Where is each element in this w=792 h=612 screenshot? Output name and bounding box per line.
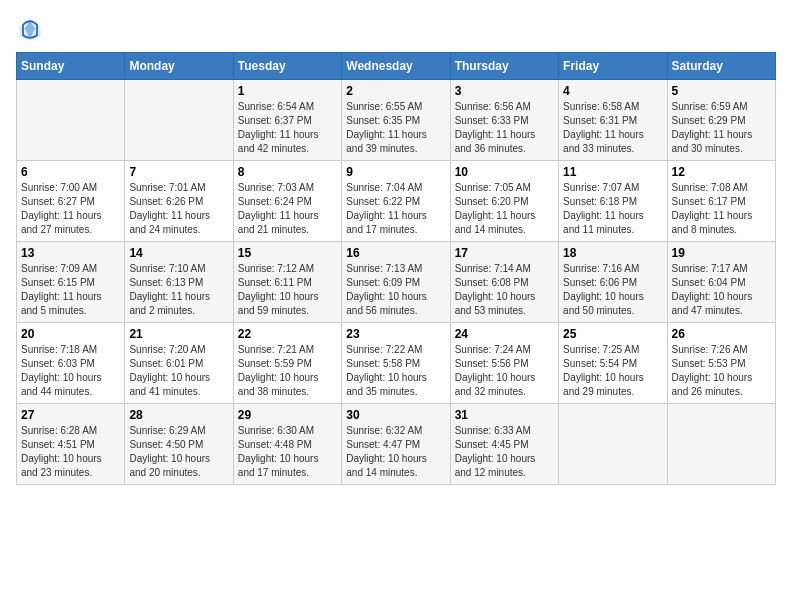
day-number: 4: [563, 84, 662, 98]
calendar-cell: 16Sunrise: 7:13 AM Sunset: 6:09 PM Dayli…: [342, 242, 450, 323]
day-number: 11: [563, 165, 662, 179]
day-number: 28: [129, 408, 228, 422]
day-info: Sunrise: 7:10 AM Sunset: 6:13 PM Dayligh…: [129, 262, 228, 318]
calendar-cell: 25Sunrise: 7:25 AM Sunset: 5:54 PM Dayli…: [559, 323, 667, 404]
calendar-cell: 3Sunrise: 6:56 AM Sunset: 6:33 PM Daylig…: [450, 80, 558, 161]
day-info: Sunrise: 7:20 AM Sunset: 6:01 PM Dayligh…: [129, 343, 228, 399]
calendar-cell: [125, 80, 233, 161]
day-info: Sunrise: 6:33 AM Sunset: 4:45 PM Dayligh…: [455, 424, 554, 480]
calendar-cell: 21Sunrise: 7:20 AM Sunset: 6:01 PM Dayli…: [125, 323, 233, 404]
day-info: Sunrise: 7:08 AM Sunset: 6:17 PM Dayligh…: [672, 181, 771, 237]
day-header: Tuesday: [233, 53, 341, 80]
calendar-cell: 11Sunrise: 7:07 AM Sunset: 6:18 PM Dayli…: [559, 161, 667, 242]
calendar-cell: 14Sunrise: 7:10 AM Sunset: 6:13 PM Dayli…: [125, 242, 233, 323]
calendar-cell: 2Sunrise: 6:55 AM Sunset: 6:35 PM Daylig…: [342, 80, 450, 161]
calendar-cell: 26Sunrise: 7:26 AM Sunset: 5:53 PM Dayli…: [667, 323, 775, 404]
day-header: Thursday: [450, 53, 558, 80]
logo-icon: [16, 16, 44, 44]
calendar-cell: 8Sunrise: 7:03 AM Sunset: 6:24 PM Daylig…: [233, 161, 341, 242]
calendar-cell: 12Sunrise: 7:08 AM Sunset: 6:17 PM Dayli…: [667, 161, 775, 242]
calendar-cell: 20Sunrise: 7:18 AM Sunset: 6:03 PM Dayli…: [17, 323, 125, 404]
day-number: 1: [238, 84, 337, 98]
calendar-cell: 30Sunrise: 6:32 AM Sunset: 4:47 PM Dayli…: [342, 404, 450, 485]
day-number: 14: [129, 246, 228, 260]
calendar-cell: 18Sunrise: 7:16 AM Sunset: 6:06 PM Dayli…: [559, 242, 667, 323]
day-info: Sunrise: 7:14 AM Sunset: 6:08 PM Dayligh…: [455, 262, 554, 318]
calendar-table: SundayMondayTuesdayWednesdayThursdayFrid…: [16, 52, 776, 485]
calendar-cell: [667, 404, 775, 485]
day-number: 3: [455, 84, 554, 98]
day-number: 12: [672, 165, 771, 179]
calendar-cell: 1Sunrise: 6:54 AM Sunset: 6:37 PM Daylig…: [233, 80, 341, 161]
day-number: 6: [21, 165, 120, 179]
day-number: 31: [455, 408, 554, 422]
day-info: Sunrise: 7:25 AM Sunset: 5:54 PM Dayligh…: [563, 343, 662, 399]
calendar-cell: 5Sunrise: 6:59 AM Sunset: 6:29 PM Daylig…: [667, 80, 775, 161]
calendar-body: 1Sunrise: 6:54 AM Sunset: 6:37 PM Daylig…: [17, 80, 776, 485]
day-number: 13: [21, 246, 120, 260]
day-number: 29: [238, 408, 337, 422]
day-info: Sunrise: 6:55 AM Sunset: 6:35 PM Dayligh…: [346, 100, 445, 156]
day-info: Sunrise: 6:56 AM Sunset: 6:33 PM Dayligh…: [455, 100, 554, 156]
day-number: 22: [238, 327, 337, 341]
day-info: Sunrise: 7:00 AM Sunset: 6:27 PM Dayligh…: [21, 181, 120, 237]
calendar-week-row: 6Sunrise: 7:00 AM Sunset: 6:27 PM Daylig…: [17, 161, 776, 242]
day-number: 17: [455, 246, 554, 260]
calendar-cell: [559, 404, 667, 485]
day-header: Sunday: [17, 53, 125, 80]
calendar-cell: 27Sunrise: 6:28 AM Sunset: 4:51 PM Dayli…: [17, 404, 125, 485]
day-info: Sunrise: 7:17 AM Sunset: 6:04 PM Dayligh…: [672, 262, 771, 318]
day-number: 5: [672, 84, 771, 98]
day-number: 8: [238, 165, 337, 179]
calendar-cell: 15Sunrise: 7:12 AM Sunset: 6:11 PM Dayli…: [233, 242, 341, 323]
day-number: 21: [129, 327, 228, 341]
calendar-cell: 9Sunrise: 7:04 AM Sunset: 6:22 PM Daylig…: [342, 161, 450, 242]
day-info: Sunrise: 7:26 AM Sunset: 5:53 PM Dayligh…: [672, 343, 771, 399]
day-info: Sunrise: 6:54 AM Sunset: 6:37 PM Dayligh…: [238, 100, 337, 156]
day-number: 26: [672, 327, 771, 341]
day-info: Sunrise: 6:32 AM Sunset: 4:47 PM Dayligh…: [346, 424, 445, 480]
day-info: Sunrise: 7:01 AM Sunset: 6:26 PM Dayligh…: [129, 181, 228, 237]
calendar-cell: 13Sunrise: 7:09 AM Sunset: 6:15 PM Dayli…: [17, 242, 125, 323]
page-header: [16, 16, 776, 44]
day-info: Sunrise: 7:22 AM Sunset: 5:58 PM Dayligh…: [346, 343, 445, 399]
day-number: 9: [346, 165, 445, 179]
logo: [16, 16, 48, 44]
calendar-week-row: 13Sunrise: 7:09 AM Sunset: 6:15 PM Dayli…: [17, 242, 776, 323]
day-header: Saturday: [667, 53, 775, 80]
calendar-cell: 29Sunrise: 6:30 AM Sunset: 4:48 PM Dayli…: [233, 404, 341, 485]
day-number: 19: [672, 246, 771, 260]
day-header: Wednesday: [342, 53, 450, 80]
calendar-cell: 31Sunrise: 6:33 AM Sunset: 4:45 PM Dayli…: [450, 404, 558, 485]
day-info: Sunrise: 7:05 AM Sunset: 6:20 PM Dayligh…: [455, 181, 554, 237]
day-number: 18: [563, 246, 662, 260]
day-info: Sunrise: 7:13 AM Sunset: 6:09 PM Dayligh…: [346, 262, 445, 318]
day-number: 23: [346, 327, 445, 341]
calendar-week-row: 20Sunrise: 7:18 AM Sunset: 6:03 PM Dayli…: [17, 323, 776, 404]
calendar-cell: 17Sunrise: 7:14 AM Sunset: 6:08 PM Dayli…: [450, 242, 558, 323]
day-info: Sunrise: 6:30 AM Sunset: 4:48 PM Dayligh…: [238, 424, 337, 480]
day-number: 7: [129, 165, 228, 179]
day-number: 20: [21, 327, 120, 341]
calendar-cell: 4Sunrise: 6:58 AM Sunset: 6:31 PM Daylig…: [559, 80, 667, 161]
day-header: Monday: [125, 53, 233, 80]
day-info: Sunrise: 7:09 AM Sunset: 6:15 PM Dayligh…: [21, 262, 120, 318]
day-info: Sunrise: 7:16 AM Sunset: 6:06 PM Dayligh…: [563, 262, 662, 318]
day-info: Sunrise: 7:24 AM Sunset: 5:56 PM Dayligh…: [455, 343, 554, 399]
day-info: Sunrise: 6:29 AM Sunset: 4:50 PM Dayligh…: [129, 424, 228, 480]
day-number: 2: [346, 84, 445, 98]
day-number: 10: [455, 165, 554, 179]
day-info: Sunrise: 7:04 AM Sunset: 6:22 PM Dayligh…: [346, 181, 445, 237]
day-number: 24: [455, 327, 554, 341]
day-number: 27: [21, 408, 120, 422]
day-info: Sunrise: 7:18 AM Sunset: 6:03 PM Dayligh…: [21, 343, 120, 399]
calendar-week-row: 1Sunrise: 6:54 AM Sunset: 6:37 PM Daylig…: [17, 80, 776, 161]
calendar-week-row: 27Sunrise: 6:28 AM Sunset: 4:51 PM Dayli…: [17, 404, 776, 485]
day-header: Friday: [559, 53, 667, 80]
calendar-cell: 6Sunrise: 7:00 AM Sunset: 6:27 PM Daylig…: [17, 161, 125, 242]
day-info: Sunrise: 7:07 AM Sunset: 6:18 PM Dayligh…: [563, 181, 662, 237]
day-number: 15: [238, 246, 337, 260]
day-info: Sunrise: 6:59 AM Sunset: 6:29 PM Dayligh…: [672, 100, 771, 156]
calendar-cell: 24Sunrise: 7:24 AM Sunset: 5:56 PM Dayli…: [450, 323, 558, 404]
calendar-cell: 10Sunrise: 7:05 AM Sunset: 6:20 PM Dayli…: [450, 161, 558, 242]
